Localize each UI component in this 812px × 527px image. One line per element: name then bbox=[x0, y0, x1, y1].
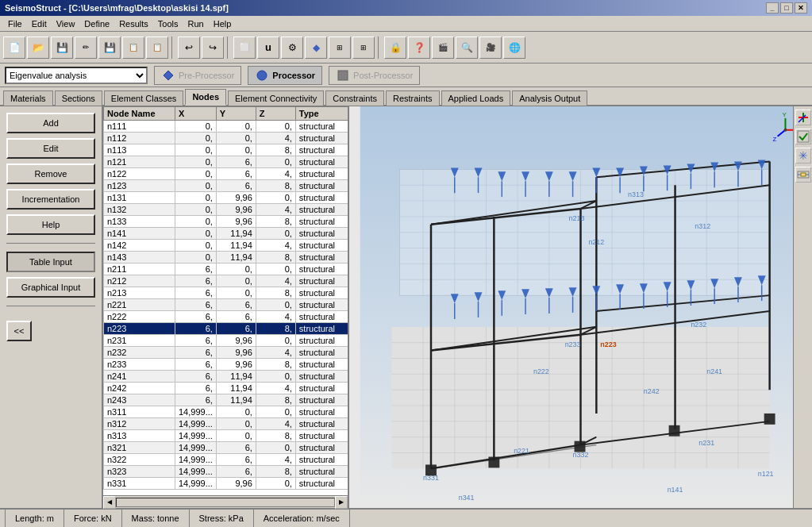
tab-materials[interactable]: Materials bbox=[3, 90, 53, 106]
3d-view[interactable]: n213 n313 n212 n312 n233 n232 n222 n223 … bbox=[349, 106, 812, 508]
scroll-left[interactable]: ◀ bbox=[103, 496, 116, 509]
toolbar-zoom[interactable]: 🔍 bbox=[456, 37, 478, 59]
menu-help[interactable]: Help bbox=[209, 17, 237, 30]
svg-text:n312: n312 bbox=[695, 222, 710, 230]
status-mass: Mass: tonne bbox=[122, 510, 190, 527]
toolbar-movie[interactable]: 🎬 bbox=[432, 37, 454, 59]
toolbar-lock[interactable]: 🔒 bbox=[384, 37, 406, 59]
table-row[interactable]: n1120,0,4,structural bbox=[104, 133, 348, 144]
window-controls[interactable]: _ □ ✕ bbox=[766, 2, 807, 13]
table-row[interactable]: n32314,999...6,8,structural bbox=[104, 466, 348, 478]
table-row[interactable]: n31114,999...0,0,structural bbox=[104, 406, 348, 418]
tab-applied-loads[interactable]: Applied Loads bbox=[441, 90, 511, 106]
add-button[interactable]: Add bbox=[6, 113, 95, 133]
table-row[interactable]: n1430,11,948,structural bbox=[104, 252, 348, 264]
table-row[interactable]: n33114,999...9,960,structural bbox=[104, 478, 348, 490]
table-scroll[interactable]: Node Name X Y Z Type n1110,0,0,structura… bbox=[103, 106, 348, 495]
toolbar-u[interactable]: u bbox=[257, 37, 279, 59]
menu-view[interactable]: View bbox=[52, 17, 80, 30]
toolbar-gear[interactable]: ⚙ bbox=[281, 37, 303, 59]
minimize-button[interactable]: _ bbox=[766, 2, 779, 13]
toolbar-copy[interactable]: 📋 bbox=[122, 37, 144, 59]
view-section-icon[interactable] bbox=[795, 167, 811, 183]
help-button[interactable]: Help bbox=[6, 214, 95, 235]
view-axis-icon[interactable] bbox=[795, 110, 811, 125]
tab-constraints[interactable]: Constraints bbox=[325, 90, 384, 106]
scroll-right[interactable]: ▶ bbox=[335, 496, 348, 509]
table-row[interactable]: n31214,999...0,4,structural bbox=[104, 418, 348, 430]
table-row[interactable]: n1110,0,0,structural bbox=[104, 121, 348, 133]
table-row[interactable]: n32114,999...6,0,structural bbox=[104, 442, 348, 454]
toolbar-diamond[interactable]: ◆ bbox=[305, 37, 327, 59]
table-row[interactable]: n2136,0,8,structural bbox=[104, 287, 348, 299]
table-row[interactable]: n2336,9,968,structural bbox=[104, 359, 348, 371]
table-row[interactable]: n1330,9,968,structural bbox=[104, 216, 348, 228]
post-processor-btn[interactable]: Post-Processor bbox=[329, 66, 420, 85]
view-rotate-icon[interactable]: ✳ bbox=[795, 148, 811, 163]
table-row[interactable]: n2436,11,948,structural bbox=[104, 394, 348, 406]
table-row[interactable]: n2226,6,4,structural bbox=[104, 311, 348, 323]
toolbar-grid[interactable]: ⊞ bbox=[329, 37, 351, 59]
table-row[interactable]: n1230,6,8,structural bbox=[104, 180, 348, 192]
toolbar-save2[interactable]: 💾 bbox=[98, 37, 121, 59]
table-row[interactable]: n1420,11,944,structural bbox=[104, 240, 348, 252]
menu-run[interactable]: Run bbox=[183, 17, 209, 30]
tab-sections[interactable]: Sections bbox=[55, 90, 102, 106]
table-input-button[interactable]: Table Input bbox=[6, 252, 95, 272]
menu-edit[interactable]: Edit bbox=[27, 17, 52, 30]
table-row[interactable]: n2316,9,960,structural bbox=[104, 335, 348, 347]
tab-nodes[interactable]: Nodes bbox=[185, 89, 226, 106]
collapse-button[interactable]: << bbox=[6, 321, 32, 341]
table-row[interactable]: n1130,0,8,structural bbox=[104, 144, 348, 156]
menu-tools[interactable]: Tools bbox=[153, 17, 183, 30]
scroll-track[interactable] bbox=[116, 498, 335, 507]
edit-button[interactable]: Edit bbox=[6, 138, 95, 159]
toolbar-new[interactable]: 📄 bbox=[3, 37, 25, 59]
table-row[interactable]: n2126,0,4,structural bbox=[104, 275, 348, 287]
toolbar-edit[interactable]: ✏ bbox=[75, 37, 97, 59]
table-row[interactable]: n2416,11,940,structural bbox=[104, 371, 348, 383]
tab-restraints[interactable]: Restraints bbox=[386, 90, 440, 106]
tab-element-classes[interactable]: Element Classes bbox=[104, 90, 184, 106]
table-row[interactable]: n1320,9,964,structural bbox=[104, 204, 348, 216]
table-row[interactable]: n1410,11,940,structural bbox=[104, 228, 348, 240]
menu-define[interactable]: Define bbox=[79, 17, 114, 30]
tab-analysis-output[interactable]: Analysis Output bbox=[512, 90, 587, 106]
table-row[interactable]: n31314,999...0,8,structural bbox=[104, 430, 348, 442]
table-row[interactable]: n1210,6,0,structural bbox=[104, 156, 348, 168]
maximize-button[interactable]: □ bbox=[780, 2, 793, 13]
toolbar-grid2[interactable]: ⊞ bbox=[352, 37, 375, 59]
toolbar-camera[interactable]: 🎥 bbox=[479, 37, 502, 59]
analysis-select[interactable]: Eigenvalue analysis bbox=[5, 67, 148, 84]
toolbar-redo[interactable]: ↪ bbox=[202, 37, 224, 59]
view-check-icon[interactable] bbox=[795, 129, 811, 144]
toolbar-save[interactable]: 💾 bbox=[51, 37, 73, 59]
toolbar-help[interactable]: ❓ bbox=[408, 37, 430, 59]
svg-text:n313: n313 bbox=[628, 190, 644, 198]
titlebar: SeismoStruct - [C:\Users\mfrag\Desktop\a… bbox=[0, 0, 812, 16]
menu-file[interactable]: File bbox=[3, 17, 27, 30]
remove-button[interactable]: Remove bbox=[6, 163, 95, 184]
table-row[interactable]: n32214,999...6,4,structural bbox=[104, 454, 348, 466]
table-row[interactable]: n2426,11,944,structural bbox=[104, 383, 348, 394]
toolbar-open[interactable]: 📂 bbox=[27, 37, 49, 59]
table-row[interactable]: n2236,6,8,structural bbox=[104, 323, 348, 335]
pre-processor-btn[interactable]: Pre-Processor bbox=[154, 66, 241, 85]
toolbar-globe[interactable]: 🌐 bbox=[503, 37, 525, 59]
toolbar-rect[interactable]: ⬜ bbox=[233, 37, 256, 59]
table-row[interactable]: n2116,0,0,structural bbox=[104, 264, 348, 275]
menu-results[interactable]: Results bbox=[114, 17, 153, 30]
graphical-input-button[interactable]: Graphical Input bbox=[6, 277, 95, 298]
toolbar-paste[interactable]: 📋 bbox=[146, 37, 168, 59]
incrementation-button[interactable]: Incrementation bbox=[6, 189, 95, 210]
table-row[interactable]: n2326,9,964,structural bbox=[104, 347, 348, 359]
table-row[interactable]: n1310,9,960,structural bbox=[104, 192, 348, 204]
pre-processor-icon bbox=[161, 68, 175, 83]
svg-text:n121: n121 bbox=[758, 470, 774, 478]
tab-element-connectivity[interactable]: Element Connectivity bbox=[228, 90, 324, 106]
toolbar-undo[interactable]: ↩ bbox=[178, 37, 200, 59]
table-row[interactable]: n2216,6,0,structural bbox=[104, 299, 348, 311]
processor-btn[interactable]: Processor bbox=[248, 66, 322, 85]
close-button[interactable]: ✕ bbox=[795, 2, 807, 13]
table-row[interactable]: n1220,6,4,structural bbox=[104, 168, 348, 180]
